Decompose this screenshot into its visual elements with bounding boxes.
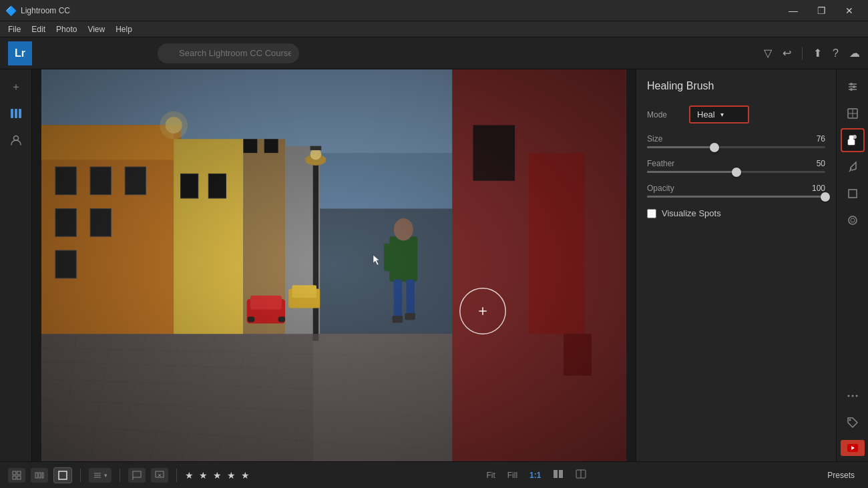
single-view-button[interactable]	[53, 467, 72, 483]
svg-point-90	[849, 419, 851, 421]
svg-rect-106	[156, 471, 164, 477]
radial-filter-icon[interactable]	[841, 208, 865, 232]
more-icon[interactable]	[841, 384, 865, 408]
transform-icon[interactable]	[841, 101, 865, 126]
zoom-controls: Fit Fill 1:1	[482, 468, 590, 482]
mode-row: Mode Heal ▾	[647, 105, 825, 124]
size-value: 76	[805, 134, 825, 144]
main-container: Lr 🔍 ▽ ↩ ⬆ ? ☁ ＋	[0, 37, 868, 488]
bottom-bar: ▾ ★ ★ ★ ★ ★ Fit Fill 1:1	[0, 461, 868, 488]
size-slider-container: Size 76	[647, 134, 825, 148]
presets-button[interactable]: Presets	[822, 468, 860, 483]
top-right-icons: ▽ ↩ ⬆ ? ☁	[764, 47, 860, 60]
visualize-spots-checkbox[interactable]	[647, 209, 656, 218]
svg-point-73	[850, 83, 853, 85]
svg-rect-93	[13, 471, 16, 475]
menu-edit[interactable]: Edit	[26, 23, 51, 35]
people-icon[interactable]	[4, 128, 28, 152]
sort-button[interactable]: ▾	[89, 468, 112, 483]
library-icon[interactable]	[4, 101, 28, 126]
cloud-icon[interactable]: ☁	[849, 47, 860, 59]
yt-btn[interactable]	[841, 440, 865, 456]
search-input[interactable]	[158, 43, 299, 63]
star-rating[interactable]: ★ ★ ★ ★ ★	[185, 470, 251, 481]
grid-view-button[interactable]	[8, 468, 25, 483]
opacity-slider-container: Opacity 100	[647, 184, 825, 198]
zoom-in-button[interactable]	[549, 468, 568, 482]
svg-rect-97	[35, 473, 37, 478]
feather-value: 50	[805, 159, 825, 168]
size-slider-fill	[647, 146, 714, 148]
size-slider-thumb[interactable]	[710, 143, 719, 152]
svg-rect-96	[17, 476, 21, 479]
svg-rect-100	[59, 471, 67, 479]
svg-rect-99	[42, 473, 43, 478]
content-area: ＋	[0, 69, 868, 461]
photo-area[interactable]	[32, 69, 636, 461]
visualize-spots-row: Visualize Spots	[647, 208, 825, 218]
right-icons-panel	[836, 69, 868, 461]
filmstrip-view-button[interactable]	[31, 468, 48, 483]
close-button[interactable]: ✕	[836, 1, 863, 20]
menu-help[interactable]: Help	[110, 23, 138, 35]
maximize-button[interactable]: ❐	[808, 1, 835, 20]
svg-rect-84	[849, 190, 857, 198]
street-photo	[32, 69, 636, 461]
fill-button[interactable]: Fill	[503, 469, 521, 481]
titlebar: 🔷 Lightroom CC — ❐ ✕	[0, 0, 868, 21]
opacity-slider-row	[647, 196, 825, 198]
minimize-button[interactable]: —	[780, 1, 807, 20]
mode-dropdown[interactable]: Heal ▾	[689, 105, 749, 124]
help-icon[interactable]: ?	[833, 47, 839, 59]
feather-slider-track[interactable]	[647, 171, 825, 173]
menu-photo[interactable]: Photo	[51, 23, 82, 35]
svg-point-77	[850, 88, 853, 91]
feather-slider-thumb[interactable]	[732, 168, 741, 177]
zoom-1to1-button[interactable]: 1:1	[525, 469, 545, 481]
tag-icon[interactable]	[841, 411, 865, 435]
svg-point-86	[851, 218, 855, 222]
svg-rect-1	[15, 109, 17, 118]
app-title: Lightroom CC	[21, 6, 780, 15]
healing-brush-active-icon[interactable]	[841, 128, 865, 152]
svg-point-87	[847, 395, 849, 397]
svg-rect-68	[41, 69, 626, 461]
opacity-value: 100	[805, 184, 825, 193]
fit-button[interactable]: Fit	[482, 469, 499, 481]
opacity-label: Opacity	[647, 184, 684, 193]
svg-rect-82	[849, 136, 853, 141]
brush-icon[interactable]	[841, 155, 865, 179]
separator-2	[120, 469, 120, 482]
undo-icon[interactable]: ↩	[783, 47, 791, 59]
svg-rect-0	[11, 109, 13, 118]
menu-file[interactable]: File	[3, 23, 26, 35]
crop-icon[interactable]	[841, 182, 865, 206]
svg-point-75	[853, 85, 855, 88]
panel-title: Healing Brush	[647, 80, 825, 92]
adjustments-icon[interactable]	[841, 75, 865, 99]
feather-slider-container: Feather 50	[647, 159, 825, 173]
svg-rect-2	[19, 109, 21, 118]
menubar: File Edit Photo View Help	[0, 21, 868, 37]
dropdown-arrow-icon: ▾	[720, 111, 724, 118]
size-slider-track[interactable]	[647, 146, 825, 148]
svg-rect-109	[554, 470, 558, 478]
opacity-slider-thumb[interactable]	[821, 192, 830, 202]
add-icon[interactable]: ＋	[4, 75, 28, 99]
menu-view[interactable]: View	[82, 23, 110, 35]
visualize-spots-label[interactable]: Visualize Spots	[662, 208, 721, 218]
svg-rect-95	[13, 476, 16, 479]
search-wrapper: 🔍	[158, 43, 531, 63]
topbar: Lr 🔍 ▽ ↩ ⬆ ? ☁	[0, 37, 868, 69]
flag-button[interactable]	[128, 468, 146, 483]
mode-value: Heal	[697, 109, 715, 119]
filter-icon[interactable]: ▽	[764, 47, 772, 59]
youtube-subscribe[interactable]	[841, 440, 865, 456]
opacity-slider-fill	[647, 196, 825, 198]
compare-button[interactable]	[572, 468, 590, 482]
size-slider-row	[647, 146, 825, 148]
reject-button[interactable]	[151, 468, 168, 483]
share-icon[interactable]: ⬆	[813, 47, 822, 59]
separator-3	[176, 469, 177, 482]
opacity-slider-track[interactable]	[647, 196, 825, 198]
